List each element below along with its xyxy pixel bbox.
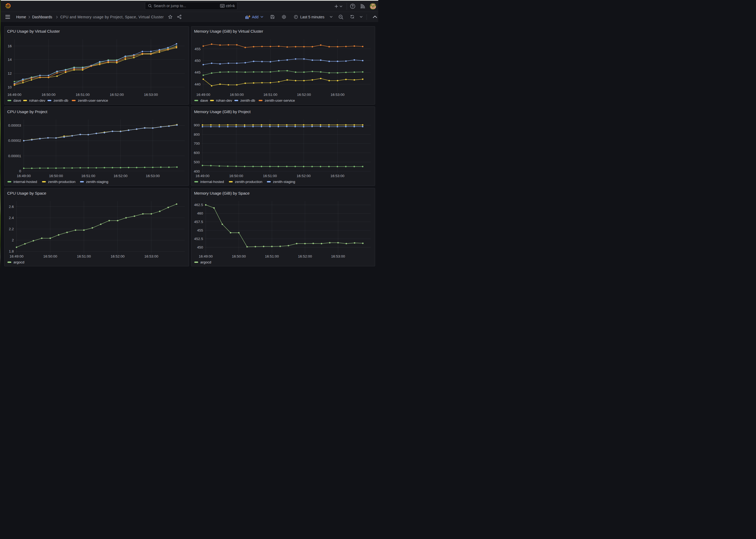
svg-text:16:50:00: 16:50:00 xyxy=(42,92,56,96)
svg-text:16:50:00: 16:50:00 xyxy=(232,254,246,258)
svg-text:445: 445 xyxy=(195,70,201,74)
svg-text:0: 0 xyxy=(19,169,21,173)
svg-text:dave: dave xyxy=(14,99,21,103)
svg-text:440: 440 xyxy=(195,82,201,86)
svg-text:16:52:00: 16:52:00 xyxy=(111,254,125,258)
svg-text:16:49:00: 16:49:00 xyxy=(10,254,24,258)
svg-text:2.6: 2.6 xyxy=(9,205,14,209)
svg-text:zenith-user-service: zenith-user-service xyxy=(265,99,295,103)
svg-text:2.2: 2.2 xyxy=(9,227,14,231)
svg-text:16:53:00: 16:53:00 xyxy=(144,92,158,96)
svg-text:16:53:00: 16:53:00 xyxy=(144,254,159,258)
svg-text:zenith-production: zenith-production xyxy=(235,180,262,184)
svg-text:argocd: argocd xyxy=(14,260,25,264)
svg-text:450: 450 xyxy=(197,245,203,249)
svg-text:16:49:00: 16:49:00 xyxy=(199,254,213,258)
svg-text:0.00003: 0.00003 xyxy=(8,123,21,127)
svg-text:zenith-staging: zenith-staging xyxy=(86,180,108,184)
svg-text:16:50:00: 16:50:00 xyxy=(230,92,244,96)
svg-text:zenith-user-service: zenith-user-service xyxy=(78,99,108,103)
svg-text:16:50:00: 16:50:00 xyxy=(229,174,243,178)
svg-text:16:53:00: 16:53:00 xyxy=(330,92,345,96)
svg-text:zenith-staging: zenith-staging xyxy=(273,180,295,184)
svg-text:455: 455 xyxy=(197,228,203,232)
svg-text:16:49:00: 16:49:00 xyxy=(196,92,210,96)
svg-text:800: 800 xyxy=(194,132,200,136)
svg-text:500: 500 xyxy=(194,160,200,164)
svg-text:16:52:00: 16:52:00 xyxy=(298,254,312,258)
svg-text:16:52:00: 16:52:00 xyxy=(297,92,311,96)
svg-text:16:49:00: 16:49:00 xyxy=(7,92,22,96)
svg-text:16:53:00: 16:53:00 xyxy=(146,174,160,178)
svg-text:16:53:00: 16:53:00 xyxy=(330,174,345,178)
svg-text:internal-hosted: internal-hosted xyxy=(200,180,224,184)
svg-text:455: 455 xyxy=(195,47,201,51)
svg-text:700: 700 xyxy=(194,141,200,145)
svg-text:10: 10 xyxy=(8,85,12,89)
svg-text:0.00002: 0.00002 xyxy=(8,139,21,143)
svg-text:dave: dave xyxy=(200,99,208,103)
svg-text:12: 12 xyxy=(8,71,12,75)
svg-text:16:51:00: 16:51:00 xyxy=(263,174,277,178)
svg-text:zenith-db: zenith-db xyxy=(53,99,68,103)
svg-text:460: 460 xyxy=(197,211,203,215)
svg-text:450: 450 xyxy=(195,58,201,62)
svg-text:600: 600 xyxy=(194,151,200,155)
svg-text:14: 14 xyxy=(8,58,12,62)
svg-text:rohan-dev: rohan-dev xyxy=(29,99,45,103)
svg-text:16:52:00: 16:52:00 xyxy=(110,92,124,96)
svg-text:16:52:00: 16:52:00 xyxy=(113,174,128,178)
svg-text:0.00001: 0.00001 xyxy=(8,154,21,158)
svg-text:16:50:00: 16:50:00 xyxy=(49,174,63,178)
svg-text:2.4: 2.4 xyxy=(9,216,14,220)
svg-text:2: 2 xyxy=(12,238,14,242)
svg-text:16:51:00: 16:51:00 xyxy=(76,92,90,96)
svg-text:1.8: 1.8 xyxy=(9,249,14,253)
svg-text:462.5: 462.5 xyxy=(194,203,203,207)
svg-text:16:51:00: 16:51:00 xyxy=(81,174,95,178)
svg-text:rohan-dev: rohan-dev xyxy=(216,99,232,103)
svg-text:16: 16 xyxy=(8,44,12,48)
svg-text:zenith-production: zenith-production xyxy=(48,180,76,184)
svg-text:zenith-db: zenith-db xyxy=(240,99,255,103)
svg-text:16:50:00: 16:50:00 xyxy=(43,254,57,258)
svg-text:internal-hosted: internal-hosted xyxy=(14,180,37,184)
svg-text:16:51:00: 16:51:00 xyxy=(77,254,91,258)
svg-text:400: 400 xyxy=(194,169,200,173)
svg-text:900: 900 xyxy=(194,123,200,127)
svg-text:457.5: 457.5 xyxy=(194,220,203,224)
svg-text:16:49:00: 16:49:00 xyxy=(195,174,209,178)
svg-text:16:53:00: 16:53:00 xyxy=(331,254,345,258)
svg-text:16:52:00: 16:52:00 xyxy=(297,174,311,178)
svg-text:452.5: 452.5 xyxy=(194,237,203,241)
svg-text:16:51:00: 16:51:00 xyxy=(263,92,277,96)
svg-text:argocd: argocd xyxy=(200,260,211,264)
svg-text:16:49:00: 16:49:00 xyxy=(17,174,31,178)
svg-text:16:51:00: 16:51:00 xyxy=(265,254,279,258)
